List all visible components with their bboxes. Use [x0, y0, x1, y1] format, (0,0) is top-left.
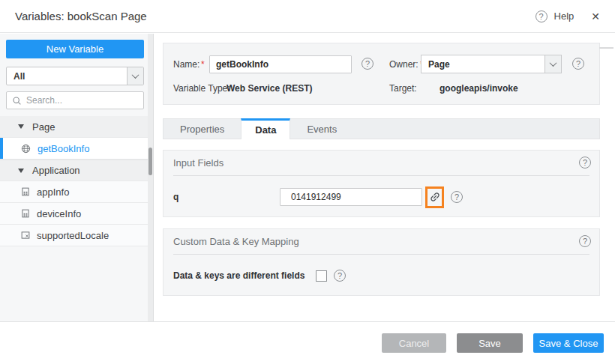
- input-field-row: q ?: [173, 185, 590, 209]
- filter-dropdown[interactable]: All: [6, 67, 144, 85]
- search-icon: [12, 96, 22, 106]
- tree-group-page[interactable]: Page: [0, 116, 153, 138]
- tree-item-getbookinfo[interactable]: getBookInfo: [0, 138, 153, 160]
- dialog-footer: Cancel Save Save & Close: [0, 321, 615, 364]
- variable-type-value: Web Service (REST): [226, 83, 312, 94]
- different-fields-checkbox[interactable]: [316, 270, 327, 282]
- search-input[interactable]: [26, 95, 138, 106]
- bind-link-button[interactable]: [425, 186, 444, 208]
- custom-mapping-row: Data & keys are different fields ?: [173, 264, 590, 288]
- section-title: Custom Data & Key Mapping: [173, 236, 299, 247]
- variables-dialog: Variables: bookScan Page ? Help ✕ New Va…: [0, 0, 615, 364]
- dialog-header: Variables: bookScan Page ? Help ✕: [0, 0, 615, 33]
- field-key-label: q: [173, 192, 280, 202]
- help-icon[interactable]: ?: [536, 10, 548, 22]
- tree-item-deviceinfo[interactable]: deviceInfo: [0, 203, 153, 225]
- page-title: Variables: bookScan Page: [15, 10, 147, 22]
- owner-dropdown[interactable]: Page: [421, 55, 562, 73]
- variables-tree: Page getBookInfo Application appInfo: [0, 116, 153, 246]
- tab-properties[interactable]: Properties: [164, 119, 241, 139]
- tree-item-label: appInfo: [37, 186, 69, 198]
- tree-group-application[interactable]: Application: [0, 160, 153, 181]
- name-label: Name:: [173, 59, 200, 70]
- tree-item-appinfo[interactable]: appInfo: [0, 181, 153, 203]
- name-input[interactable]: [209, 55, 352, 73]
- target-value: googleapis/invoke: [440, 83, 518, 94]
- field-help-icon[interactable]: ?: [451, 191, 463, 203]
- divider: [173, 254, 590, 255]
- target-label: Target:: [389, 83, 417, 94]
- input-fields-section: Input Fields ? q ?: [163, 150, 600, 217]
- tree-item-supportedlocale[interactable]: supportedLocale: [0, 225, 153, 246]
- name-help-icon[interactable]: ?: [362, 58, 374, 70]
- detail-tabs: Properties Data Events: [163, 118, 600, 139]
- app-data-icon: [21, 209, 30, 218]
- app-data-icon: [21, 187, 30, 196]
- sidebar-scrollbar-thumb[interactable]: [148, 148, 152, 175]
- different-fields-label: Data & keys are different fields: [173, 270, 316, 281]
- expand-arrow-icon[interactable]: [18, 169, 24, 173]
- cancel-button[interactable]: Cancel: [382, 333, 446, 353]
- chevron-down-icon[interactable]: [127, 67, 143, 85]
- tab-events[interactable]: Events: [290, 119, 353, 139]
- required-asterisk: *: [201, 59, 205, 70]
- save-button[interactable]: Save: [457, 333, 523, 353]
- web-service-icon: [21, 144, 31, 154]
- tab-data[interactable]: Data: [241, 118, 290, 139]
- section-title: Input Fields: [173, 157, 224, 169]
- custom-mapping-section: Custom Data & Key Mapping ? Data & keys …: [163, 228, 600, 296]
- field-value-input[interactable]: [280, 188, 422, 206]
- main-scrollbar-thumb[interactable]: [599, 47, 614, 49]
- tree-item-label: deviceInfo: [37, 208, 81, 219]
- locale-icon: [21, 231, 30, 240]
- custom-mapping-help-icon[interactable]: ?: [579, 235, 591, 247]
- help-link[interactable]: Help: [554, 10, 574, 22]
- variable-summary-card: Name: * ? Owner: * Page ? Variable Type:…: [163, 43, 600, 105]
- sidebar-scrollbar-track[interactable]: [148, 34, 153, 321]
- link-icon: [429, 191, 441, 203]
- new-variable-button[interactable]: New Variable: [6, 40, 144, 58]
- close-icon[interactable]: ✕: [591, 10, 600, 22]
- expand-arrow-icon[interactable]: [18, 124, 24, 129]
- tree-group-label: Application: [32, 165, 80, 176]
- owner-label: Owner:: [389, 59, 418, 70]
- variable-type-label: Variable Type:: [173, 83, 230, 94]
- tree-item-label: getBookInfo: [38, 143, 89, 154]
- save-close-button[interactable]: Save & Close: [533, 333, 604, 353]
- divider: [173, 175, 590, 176]
- search-box: [6, 91, 144, 109]
- input-fields-help-icon[interactable]: ?: [579, 157, 591, 169]
- header-actions: ? Help ✕: [536, 10, 600, 22]
- tree-group-label: Page: [32, 121, 55, 133]
- tree-item-label: supportedLocale: [37, 230, 109, 241]
- owner-selected-value: Page: [422, 59, 544, 70]
- variables-sidebar: New Variable All Page getBookInfo: [0, 34, 154, 321]
- chevron-down-icon[interactable]: [544, 55, 561, 73]
- variable-detail-panel: Name: * ? Owner: * Page ? Variable Type:…: [154, 34, 615, 321]
- checkbox-help-icon[interactable]: ?: [334, 270, 346, 282]
- owner-help-icon[interactable]: ?: [572, 58, 584, 70]
- filter-selected-value: All: [7, 71, 127, 82]
